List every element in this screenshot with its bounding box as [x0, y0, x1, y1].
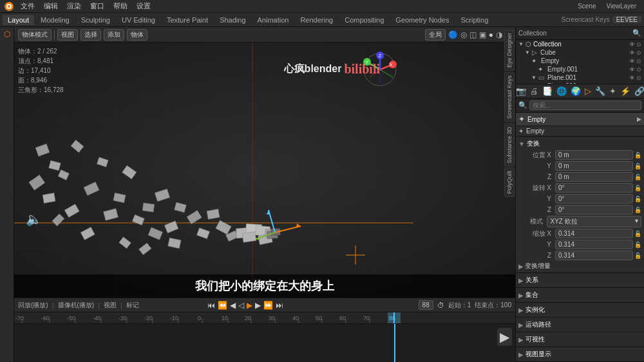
outliner-item-cube[interactable]: ▼ ▷ Cube 👁 ⊙ — [516, 48, 644, 57]
timeline-label[interactable]: 标记 — [126, 301, 139, 310]
empty001-restrict[interactable]: ⊙ — [636, 66, 641, 73]
solid-view-icon[interactable]: ● — [489, 30, 493, 39]
location-y-value[interactable]: 0 m — [555, 161, 633, 171]
outliner-item-empty001[interactable]: ✦ Empty.001 👁 ⊙ — [516, 65, 644, 73]
menu-file[interactable]: 文件 — [17, 0, 39, 12]
location-x-value[interactable]: 0 m — [555, 150, 633, 160]
properties-search-input[interactable] — [529, 100, 641, 110]
scale-x-lock[interactable]: 🔓 — [634, 231, 641, 237]
side-tab-eye-designer[interactable]: Eye Designer — [504, 30, 515, 71]
tab-layout[interactable]: Layout — [3, 15, 34, 25]
outliner-item-plane001[interactable]: ▼ ▭ Plane.001 👁 ⊙ — [516, 73, 644, 82]
tab-texture-paint[interactable]: Texture Paint — [162, 15, 213, 25]
empty-restrict[interactable]: ⊙ — [636, 58, 641, 64]
cube-restrict[interactable]: ⊙ — [636, 50, 641, 56]
empty-hide[interactable]: 👁 — [629, 58, 635, 64]
skip-to-end-button[interactable]: ⏭ — [276, 301, 283, 310]
props-icon-view-layer[interactable]: 📑 — [542, 86, 553, 96]
select-menu[interactable]: 选择 — [80, 29, 101, 41]
side-tab-substance[interactable]: Substance 3D — [504, 124, 515, 167]
tab-rendering[interactable]: Rendering — [295, 15, 338, 25]
mode-selector[interactable]: 物体模式 — [18, 29, 52, 41]
plane001-restrict[interactable]: ⊙ — [636, 75, 641, 81]
props-icon-modifier[interactable]: 🔧 — [595, 86, 605, 96]
tab-shading[interactable]: Shading — [214, 15, 251, 25]
active-object-name[interactable]: Empty — [527, 116, 545, 123]
tab-animation[interactable]: Animation — [252, 15, 294, 25]
motion-paths-section-title[interactable]: ▶ 运动路径 — [518, 319, 641, 330]
empty001-hide[interactable]: 👁 — [629, 66, 635, 73]
visibility-section-title[interactable]: ▶ 可视性 — [518, 334, 641, 345]
rotation-mode-value[interactable]: XYZ 欧拉 ▾ — [547, 216, 641, 227]
viewport-display-title[interactable]: ▶ 视图显示 — [518, 348, 641, 360]
proportional-edit-icon[interactable]: ◎ — [460, 30, 467, 39]
scale-y-value[interactable]: 0.314 — [555, 240, 633, 249]
transform-section-title[interactable]: ▼ 变换 — [518, 138, 641, 149]
current-frame-display[interactable]: 88 — [419, 300, 433, 310]
props-icon-render[interactable]: 📷 — [516, 86, 526, 96]
play-reverse-button[interactable]: ◁ — [238, 301, 244, 310]
skip-to-start-button[interactable]: ⏮ — [207, 301, 215, 310]
viewlayer-selector[interactable]: ViewLayer — [602, 3, 640, 10]
menu-settings[interactable]: 设置 — [133, 0, 155, 12]
rotation-y-lock[interactable]: 🔓 — [634, 196, 641, 202]
scale-z-lock[interactable]: 🔓 — [634, 252, 641, 259]
step-back-button[interactable]: ◀ — [230, 301, 236, 310]
scale-x-value[interactable]: 0.314 — [555, 229, 633, 238]
side-tab-screencast[interactable]: Screencast Keys — [504, 72, 515, 122]
timeline-markers2[interactable]: 视图 — [104, 301, 117, 310]
timeline-markers[interactable]: 摄像机(播放) — [58, 301, 95, 310]
restrict-icon[interactable]: ⊙ — [636, 41, 641, 48]
global-selector[interactable]: 全局 — [425, 29, 446, 41]
rotation-z-lock[interactable]: 🔓 — [634, 207, 641, 213]
props-icon-scene-props[interactable]: 🌐 — [556, 86, 567, 96]
next-keyframe-button[interactable]: ⏩ — [263, 301, 273, 310]
cube-hide[interactable]: 👁 — [629, 50, 635, 56]
hide-icon[interactable]: 👁 — [629, 41, 635, 48]
tab-compositing[interactable]: Compositing — [339, 15, 389, 25]
snap-icon[interactable]: 🔵 — [448, 30, 458, 39]
tab-modeling[interactable]: Modeling — [35, 15, 75, 25]
step-forward-button[interactable]: ▶ — [255, 301, 261, 310]
engine-selector[interactable]: EEVEE — [612, 16, 641, 23]
location-y-lock[interactable]: 🔓 — [634, 163, 641, 169]
side-tab-polyquilt[interactable]: PolyQuilt — [504, 167, 515, 197]
plane001-hide[interactable]: 👁 — [629, 75, 635, 81]
rotation-y-value[interactable]: 0° — [555, 194, 633, 204]
scene-selector[interactable]: Scene — [574, 3, 600, 10]
props-icon-world[interactable]: 🌍 — [571, 86, 581, 96]
menu-edit[interactable]: 编辑 — [40, 0, 62, 12]
rotation-x-lock[interactable]: 🔓 — [634, 185, 641, 191]
tab-scripting[interactable]: Scripting — [455, 15, 493, 25]
scale-z-value[interactable]: 0.314 — [555, 251, 633, 260]
add-menu[interactable]: 添加 — [104, 29, 124, 41]
props-icon-physics[interactable]: ⚡ — [620, 86, 630, 96]
material-view-icon[interactable]: ◑ — [496, 30, 502, 39]
instancing-section-title[interactable]: ▶ 实例化 — [518, 304, 641, 316]
outliner-item-collection[interactable]: ▼ ⬡ Collection 👁 ⊙ — [516, 40, 644, 48]
prev-keyframe-button[interactable]: ⏪ — [218, 301, 227, 310]
menu-window[interactable]: 窗口 — [86, 0, 108, 12]
location-z-value[interactable]: 0 m — [555, 172, 633, 182]
props-icon-output[interactable]: 🖨 — [530, 86, 538, 96]
props-icon-object[interactable]: ▷ — [585, 86, 591, 96]
xray-icon[interactable]: ▣ — [479, 30, 486, 39]
view-menu[interactable]: 视图 — [57, 29, 78, 41]
location-x-lock[interactable]: 🔓 — [634, 152, 641, 158]
volume-icon[interactable]: 🔈 — [26, 211, 42, 227]
menu-render[interactable]: 渲染 — [63, 0, 85, 12]
outliner-item-empty[interactable]: ✦ Empty 👁 ⊙ — [516, 57, 644, 65]
location-z-lock[interactable]: 🔓 — [634, 174, 641, 180]
timeline-ruler[interactable]: -70 -60 -50 -40 -30 -20 -10 — [14, 312, 515, 324]
viewport-canvas[interactable]: 物体：2 / 262 顶点：8,481 边：17,410 面：8,946 三角形… — [14, 43, 515, 298]
relations-section-title[interactable]: ▶ 关系 — [518, 274, 641, 286]
play-button[interactable]: ▶ — [247, 301, 252, 310]
object-menu[interactable]: 物体 — [127, 29, 147, 41]
object-expand-btn[interactable]: ▶ — [637, 116, 641, 122]
collections-section-title[interactable]: ▶ 集合 — [518, 289, 641, 301]
overlay-icon[interactable]: ◫ — [469, 30, 477, 39]
props-icon-constraints[interactable]: 🔗 — [634, 86, 644, 96]
timeline-mode[interactable]: 回放(播放) — [18, 301, 48, 310]
outliner-filter-icon[interactable]: 🔍 — [632, 29, 641, 37]
timeline-content[interactable] — [14, 324, 515, 362]
